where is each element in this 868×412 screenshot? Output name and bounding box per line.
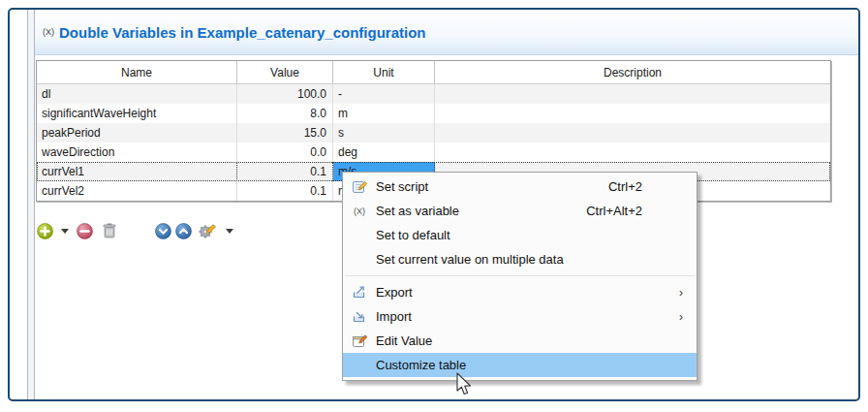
menu-item-label: Export xyxy=(376,285,413,300)
remove-row-button[interactable] xyxy=(77,223,93,239)
menu-item-label: Set current value on multiple data xyxy=(376,252,564,267)
add-icon xyxy=(37,223,53,239)
mouse-cursor xyxy=(451,372,473,397)
column-header-name[interactable]: Name xyxy=(37,61,237,83)
cell-unit[interactable]: m xyxy=(333,104,435,123)
menu-item-shortcut: Ctrl+Alt+2 xyxy=(586,204,642,218)
menu-separator xyxy=(345,275,695,276)
cell-description[interactable] xyxy=(435,104,830,123)
variable-type-badge: (X) xyxy=(43,27,54,37)
splitter-handle[interactable] xyxy=(27,10,35,399)
menu-item-label: Import xyxy=(376,309,412,324)
menu-item-label: Set script xyxy=(376,179,428,194)
menu-item-edit-value[interactable]: Edit Value xyxy=(343,329,697,353)
menu-item-customize-table[interactable]: Customize table xyxy=(343,353,697,377)
remove-icon xyxy=(77,223,93,239)
title-bar: (X) Double Variables in Example_catenary… xyxy=(35,10,858,55)
table-row[interactable]: waveDirection 0.0 deg xyxy=(37,143,830,162)
edit-value-icon xyxy=(343,333,376,349)
menu-item-export[interactable]: Export › xyxy=(343,280,697,304)
column-header-unit[interactable]: Unit xyxy=(333,61,435,83)
cell-value[interactable]: 0.0 xyxy=(237,143,333,162)
cell-value[interactable]: 8.0 xyxy=(237,104,333,123)
variable-x-icon: (X) xyxy=(343,206,376,216)
submenu-arrow-icon: › xyxy=(679,310,683,324)
configure-table-button[interactable] xyxy=(197,222,216,240)
table-row[interactable]: peakPeriod 15.0 s xyxy=(37,123,830,143)
cell-unit[interactable]: deg xyxy=(333,143,435,162)
menu-item-label: Set as variable xyxy=(376,204,459,218)
table-header-row: Name Value Unit Description xyxy=(37,61,830,84)
panel-frame: (X) Double Variables in Example_catenary… xyxy=(8,8,860,401)
cell-name[interactable]: dl xyxy=(37,84,237,104)
configure-dropdown-button[interactable] xyxy=(222,229,233,234)
trash-icon xyxy=(101,222,118,239)
table-row[interactable]: significantWaveHeight 8.0 m xyxy=(37,104,830,123)
menu-item-set-current-value[interactable]: Set current value on multiple data xyxy=(343,247,697,271)
menu-item-set-script[interactable]: Set script Ctrl+2 xyxy=(343,174,697,199)
column-header-description[interactable]: Description xyxy=(435,61,830,83)
move-up-button[interactable] xyxy=(175,223,192,239)
submenu-arrow-icon: › xyxy=(679,286,683,300)
add-dropdown-arrow xyxy=(61,229,69,234)
cell-name[interactable]: currVel1 xyxy=(37,162,237,181)
column-header-value[interactable]: Value xyxy=(237,61,333,83)
cell-description[interactable] xyxy=(435,143,830,162)
cell-value[interactable]: 100.0 xyxy=(237,84,333,104)
cell-value[interactable]: 15.0 xyxy=(237,123,333,143)
cell-unit[interactable]: s xyxy=(333,123,435,143)
configure-gear-icon xyxy=(197,222,216,240)
add-row-button[interactable] xyxy=(37,223,53,239)
cell-name[interactable]: significantWaveHeight xyxy=(37,104,237,123)
move-down-icon xyxy=(155,223,171,239)
move-up-icon xyxy=(175,223,192,239)
menu-item-label: Edit Value xyxy=(376,333,432,348)
cell-value[interactable]: 0.1 xyxy=(237,162,333,181)
page-title: Double Variables in Example_catenary_con… xyxy=(59,24,425,41)
table-row[interactable]: dl 100.0 - xyxy=(37,84,830,104)
script-pencil-icon xyxy=(343,179,376,195)
cell-value[interactable]: 0.1 xyxy=(237,181,333,201)
cell-description[interactable] xyxy=(435,123,830,143)
menu-item-label: Set to default xyxy=(376,228,450,242)
cell-name[interactable]: currVel2 xyxy=(37,181,237,201)
configure-dropdown-arrow xyxy=(226,229,233,234)
menu-item-set-to-default[interactable]: Set to default xyxy=(343,223,697,247)
menu-item-import[interactable]: Import › xyxy=(343,304,697,329)
context-menu: Set script Ctrl+2 (X) Set as variable Ct… xyxy=(342,172,698,381)
add-dropdown-button[interactable] xyxy=(57,229,69,234)
import-icon xyxy=(343,309,376,325)
delete-button[interactable] xyxy=(101,222,118,239)
menu-item-label: Customize table xyxy=(376,358,466,372)
move-down-button[interactable] xyxy=(155,223,171,239)
cell-name[interactable]: peakPeriod xyxy=(37,123,237,143)
export-icon xyxy=(343,285,376,301)
cell-description[interactable] xyxy=(435,84,830,104)
cell-name[interactable]: waveDirection xyxy=(37,143,237,162)
cell-unit[interactable]: - xyxy=(333,84,435,104)
menu-item-set-as-variable[interactable]: (X) Set as variable Ctrl+Alt+2 xyxy=(343,199,697,223)
table-toolbar xyxy=(37,221,233,240)
menu-item-shortcut: Ctrl+2 xyxy=(608,179,642,194)
